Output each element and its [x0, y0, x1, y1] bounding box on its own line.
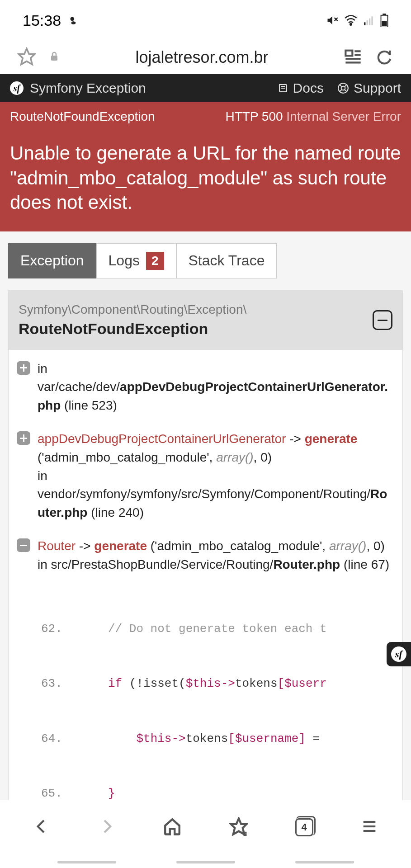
symfony-logo-icon: sf: [10, 81, 24, 95]
book-icon: [278, 83, 288, 94]
support-link[interactable]: Support: [337, 80, 401, 96]
collapse-icon[interactable]: [373, 310, 392, 330]
tabs-icon[interactable]: 4: [295, 818, 313, 836]
symfony-header: sf Symfony Exception Docs Support: [0, 74, 411, 102]
exception-panel: Symfony\Component\Routing\Exception\ Rou…: [8, 290, 403, 868]
svg-line-22: [340, 85, 341, 86]
trace-item: appDevDebugProjectContainerUrlGenerator …: [17, 430, 394, 522]
collapse-icon[interactable]: [17, 538, 30, 552]
symfony-header-title: Symfony Exception: [30, 80, 146, 96]
svg-line-25: [345, 85, 346, 86]
tab-stack-trace[interactable]: Stack Trace: [176, 243, 277, 278]
exception-panel-header[interactable]: Symfony\Component\Routing\Exception\ Rou…: [9, 291, 402, 350]
wifi-icon: [344, 14, 358, 27]
bookmark-star-icon[interactable]: [17, 47, 36, 68]
symfony-logo-icon: sf: [391, 646, 406, 662]
docs-link[interactable]: Docs: [278, 80, 324, 96]
exception-class: RouteNotFoundException: [19, 318, 246, 340]
svg-rect-7: [371, 16, 373, 25]
mute-icon: [326, 14, 339, 27]
trace-text: in var/cache/dev/appDevDebugProjectConta…: [38, 360, 394, 415]
tab-count: 4: [295, 818, 313, 836]
reader-mode-icon[interactable]: [344, 47, 362, 67]
symfony-toolbar-button[interactable]: sf: [387, 642, 411, 666]
svg-point-0: [71, 17, 75, 21]
svg-rect-10: [382, 21, 387, 26]
gesture-bar: [0, 861, 411, 863]
tabs: Exception Logs 2 Stack Trace: [8, 243, 403, 278]
url-text[interactable]: lojaletresor.com.br: [72, 48, 331, 67]
content-area: Exception Logs 2 Stack Trace Symfony\Com…: [0, 231, 411, 868]
home-icon[interactable]: [163, 817, 182, 838]
trace-text: appDevDebugProjectContainerUrlGenerator …: [38, 430, 394, 522]
browser-bottom-nav: 4: [0, 800, 411, 868]
svg-rect-13: [345, 51, 352, 56]
svg-rect-6: [369, 19, 370, 25]
svg-rect-4: [364, 22, 365, 25]
exception-namespace: Symfony\Component\Routing\Exception\: [19, 301, 246, 318]
svg-line-23: [345, 90, 346, 91]
svg-line-24: [340, 90, 341, 91]
signal-icon: [363, 14, 375, 26]
browser-address-bar: lojaletresor.com.br: [0, 41, 411, 74]
battery-icon: [380, 14, 388, 27]
trace-body: in var/cache/dev/appDevDebugProjectConta…: [9, 350, 402, 868]
svg-point-21: [341, 86, 345, 90]
expand-icon[interactable]: [17, 361, 30, 375]
error-summary-bar: RouteNotFoundException HTTP 500 Internal…: [0, 102, 411, 131]
status-bar: 15:38: [0, 0, 411, 41]
tab-exception[interactable]: Exception: [8, 243, 96, 278]
forward-icon[interactable]: [98, 817, 116, 837]
bookmarks-icon[interactable]: [229, 817, 248, 838]
menu-icon[interactable]: [360, 817, 378, 837]
expand-icon[interactable]: [17, 431, 30, 445]
reload-icon[interactable]: [375, 47, 393, 67]
svg-rect-12: [51, 56, 57, 61]
svg-point-3: [350, 24, 352, 25]
back-icon[interactable]: [33, 817, 51, 837]
logs-count-badge: 2: [146, 252, 164, 270]
trace-item: in var/cache/dev/appDevDebugProjectConta…: [17, 360, 394, 415]
error-message: Unable to generate a URL for the named r…: [0, 131, 411, 231]
clock-time: 15:38: [23, 12, 61, 29]
weather-icon: [67, 12, 79, 29]
svg-rect-5: [367, 20, 368, 25]
http-status: HTTP 500 Internal Server Error: [225, 109, 401, 124]
exception-name: RouteNotFoundException: [10, 109, 155, 124]
svg-marker-11: [19, 49, 35, 65]
life-ring-icon: [337, 82, 349, 94]
tab-logs[interactable]: Logs 2: [96, 243, 176, 278]
lock-icon: [49, 51, 60, 64]
